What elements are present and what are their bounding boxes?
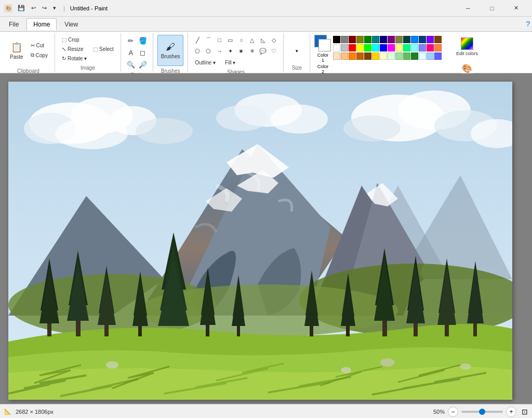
rotate-btn[interactable]: ↻ Rotate ▾ xyxy=(59,54,89,63)
color-swatch[interactable] xyxy=(434,36,442,43)
color-swatch[interactable] xyxy=(372,44,379,51)
help-btn[interactable]: ? xyxy=(526,20,530,28)
color-swatch[interactable] xyxy=(364,36,371,43)
color-selector-box[interactable] xyxy=(314,35,331,51)
zoom-slider[interactable] xyxy=(461,411,503,413)
app-icon: 🎨 xyxy=(4,4,12,12)
resize-btn[interactable]: ⤡ Resize xyxy=(59,45,89,54)
color2-box[interactable] xyxy=(318,39,331,51)
shape-roundrect[interactable]: ▭ xyxy=(225,35,235,45)
shape-callout[interactable]: 💬 xyxy=(258,46,268,56)
color-swatch[interactable] xyxy=(419,44,426,51)
close-btn[interactable]: ✕ xyxy=(504,0,528,17)
color-swatch[interactable] xyxy=(434,53,442,60)
color-swatch[interactable] xyxy=(364,53,371,60)
group-clipboard: 📋 Paste ✂ Cut ⧉ Copy Clipboard xyxy=(2,33,55,72)
color-swatch[interactable] xyxy=(403,36,410,43)
outline-btn[interactable]: Outline ▾ xyxy=(192,58,218,67)
pencil-tool[interactable]: ✏ xyxy=(125,35,137,46)
color-swatch[interactable] xyxy=(341,36,348,43)
color-swatch[interactable] xyxy=(427,44,434,51)
shape-triangle[interactable]: △ xyxy=(247,35,257,45)
fill-tool[interactable]: 🪣 xyxy=(137,35,149,46)
shape-hexagon[interactable]: ⬡ xyxy=(203,46,214,56)
eyedropper-tool[interactable]: 🔍 xyxy=(125,59,137,70)
paint-canvas[interactable] xyxy=(8,82,512,400)
cut-btn[interactable]: ✂ Cut xyxy=(28,41,50,50)
color-swatch[interactable] xyxy=(388,44,395,51)
color-swatch[interactable] xyxy=(411,36,418,43)
color-swatch[interactable] xyxy=(411,44,418,51)
color-swatch[interactable] xyxy=(388,36,395,43)
color-swatch[interactable] xyxy=(388,53,395,60)
shape-curve[interactable]: ⌒ xyxy=(203,35,214,45)
zoom-out-btn[interactable]: − xyxy=(448,407,458,417)
eraser-tool[interactable]: ◻ xyxy=(137,47,149,58)
color-swatch[interactable] xyxy=(333,53,340,60)
color1-label: Color1 xyxy=(317,53,329,63)
color-swatch[interactable] xyxy=(349,36,356,43)
save-quick-btn[interactable]: 💾 xyxy=(16,4,27,12)
shape-star5[interactable]: ★ xyxy=(236,46,246,56)
color-swatch[interactable] xyxy=(372,36,379,43)
shape-arrow[interactable]: → xyxy=(214,46,224,56)
color-swatch[interactable] xyxy=(380,36,387,43)
canvas-info-btn[interactable]: 📐 xyxy=(4,408,11,415)
shape-rect[interactable]: □ xyxy=(214,35,224,45)
fill-shape-btn[interactable]: Fill ▾ xyxy=(222,58,238,67)
color-swatch[interactable] xyxy=(419,53,426,60)
magnifier-tool[interactable]: 🔎 xyxy=(137,59,149,70)
color-swatch[interactable] xyxy=(380,44,387,51)
select-btn[interactable]: ⬚ Select xyxy=(90,45,116,54)
shape-diamond[interactable]: ◇ xyxy=(269,35,279,45)
color-swatch[interactable] xyxy=(349,53,356,60)
color-swatch[interactable] xyxy=(427,53,434,60)
shape-heart[interactable]: ♡ xyxy=(269,46,279,56)
minimize-btn[interactable]: ─ xyxy=(456,0,480,17)
undo-quick-btn[interactable]: ↩ xyxy=(29,4,38,12)
shape-line[interactable]: ╱ xyxy=(192,35,203,45)
color-swatch[interactable] xyxy=(403,44,410,51)
color-swatch[interactable] xyxy=(403,53,410,60)
color-swatch[interactable] xyxy=(341,44,348,51)
canvas-container[interactable] xyxy=(0,73,532,404)
color-swatch[interactable] xyxy=(349,44,356,51)
copy-btn[interactable]: ⧉ Copy xyxy=(28,50,50,60)
color-swatch[interactable] xyxy=(356,44,364,51)
customize-quick-btn[interactable]: ▾ xyxy=(51,4,58,12)
text-tool[interactable]: A xyxy=(125,47,137,58)
color-swatch[interactable] xyxy=(395,44,403,51)
redo-quick-btn[interactable]: ↪ xyxy=(40,4,49,12)
color-swatch[interactable] xyxy=(434,44,442,51)
color-swatch[interactable] xyxy=(419,36,426,43)
size-selector[interactable]: ▾ xyxy=(288,43,305,55)
fit-btn[interactable]: ⊡ xyxy=(522,408,528,416)
paste-btn[interactable]: 📋 Paste xyxy=(6,35,27,66)
crop-btn[interactable]: ⬚ Crop xyxy=(59,35,89,44)
zoom-in-btn[interactable]: + xyxy=(506,407,516,417)
tab-home[interactable]: Home xyxy=(26,18,57,30)
color-swatch[interactable] xyxy=(395,53,403,60)
color-swatch[interactable] xyxy=(411,53,418,60)
color-swatch[interactable] xyxy=(333,44,340,51)
tab-view[interactable]: View xyxy=(58,18,85,30)
color-row-2 xyxy=(333,44,442,51)
shape-pentagon[interactable]: ⬠ xyxy=(192,46,203,56)
shape-star6[interactable]: ✳ xyxy=(247,46,257,56)
color-swatch[interactable] xyxy=(341,53,348,60)
maximize-btn[interactable]: □ xyxy=(480,0,504,17)
shape-star4[interactable]: ✦ xyxy=(225,46,235,56)
shape-rightangle[interactable]: ◺ xyxy=(258,35,268,45)
shape-ellipse[interactable]: ○ xyxy=(236,35,246,45)
color-swatch[interactable] xyxy=(395,36,403,43)
color-swatch[interactable] xyxy=(372,53,379,60)
color-swatch[interactable] xyxy=(380,53,387,60)
color-swatch[interactable] xyxy=(356,53,364,60)
edit-colors-btn[interactable]: Edit colors xyxy=(446,35,488,59)
color-swatch[interactable] xyxy=(364,44,371,51)
brushes-btn[interactable]: 🖌 Brushes xyxy=(157,35,184,66)
color-swatch[interactable] xyxy=(333,36,340,43)
tab-file[interactable]: File xyxy=(2,18,25,30)
color-swatch[interactable] xyxy=(356,36,364,43)
color-swatch[interactable] xyxy=(427,36,434,43)
